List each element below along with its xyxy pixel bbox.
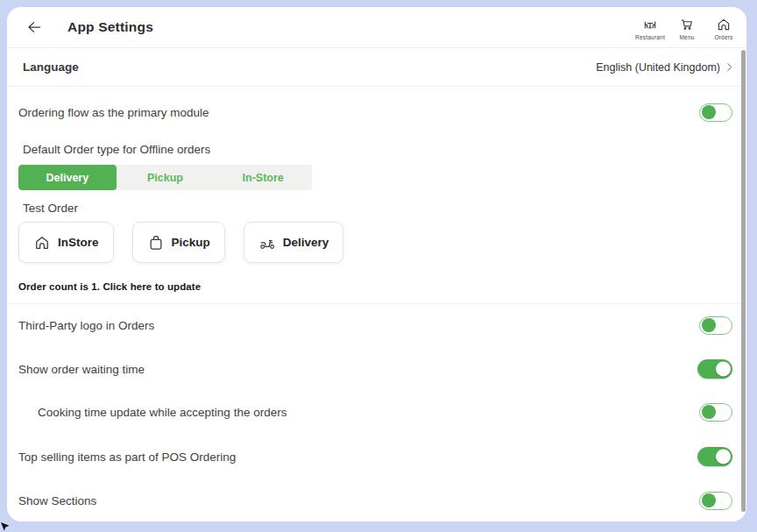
header: App Settings Restaurant Menu <box>7 7 746 48</box>
cooking-time-update-toggle[interactable] <box>699 403 732 422</box>
order-count-text: Order count is 1. Click here to update <box>18 281 201 292</box>
page-title: App Settings <box>67 19 153 35</box>
app-settings-card: App Settings Restaurant Menu <box>7 7 746 521</box>
back-button[interactable] <box>24 17 45 38</box>
nav-label: Menu <box>679 34 694 40</box>
language-selected-value: English (United Kingdom) <box>596 61 720 74</box>
segment-pickup[interactable]: Pickup <box>117 165 215 190</box>
third-party-logo-label: Third-Party logo in Orders <box>18 319 154 332</box>
top-selling-items-label: Top selling items as part of POS Orderin… <box>18 450 236 464</box>
cooking-time-update-row: Cooking time update while accepting the … <box>7 394 746 429</box>
header-nav: Restaurant Menu Orders <box>634 14 739 40</box>
test-instore-button[interactable]: InStore <box>18 222 114 263</box>
ordering-flow-label: Ordering flow as the primary module <box>18 106 209 119</box>
button-label: Delivery <box>283 236 329 249</box>
test-delivery-button[interactable]: Delivery <box>244 222 344 263</box>
default-order-type-label: Default Order type for Offline orders <box>7 138 746 160</box>
test-order-label: Test Order <box>7 196 746 219</box>
toggle-knob <box>702 493 716 507</box>
language-row[interactable]: Language English (United Kingdom) <box>7 48 746 87</box>
language-value[interactable]: English (United Kingdom) <box>596 61 735 74</box>
scrollbar[interactable] <box>741 50 746 512</box>
arrow-left-icon <box>25 18 43 36</box>
cart-icon <box>679 17 695 32</box>
order-waiting-time-toggle[interactable] <box>697 359 732 379</box>
show-sections-toggle[interactable] <box>699 492 732 510</box>
top-selling-items-row: Top selling items as part of POS Orderin… <box>7 439 746 474</box>
third-party-logo-toggle[interactable] <box>699 316 732 335</box>
chevron-right-icon <box>724 61 735 73</box>
segment-in-store[interactable]: In-Store <box>214 165 312 190</box>
ordering-flow-toggle[interactable] <box>699 103 732 122</box>
order-count-row[interactable]: Order count is 1. Click here to update <box>7 270 746 304</box>
mouse-cursor <box>1 522 11 532</box>
order-waiting-time-label: Show order waiting time <box>18 363 145 376</box>
bag-icon <box>147 234 165 252</box>
button-label: InStore <box>58 236 99 249</box>
nav-label: Orders <box>714 34 732 40</box>
top-selling-items-toggle[interactable] <box>697 447 732 466</box>
test-order-buttons: InStore Pickup Delivery <box>18 222 343 263</box>
restaurant-table-icon <box>642 17 658 32</box>
default-order-type-segmented: Delivery Pickup In-Store <box>18 165 312 190</box>
show-sections-label: Show Sections <box>18 494 96 507</box>
show-sections-row: Show Sections <box>7 483 746 518</box>
toggle-knob <box>702 318 716 332</box>
ordering-flow-row: Ordering flow as the primary module <box>7 95 746 130</box>
nav-label: Restaurant <box>635 34 665 40</box>
nav-menu[interactable]: Menu <box>671 14 703 40</box>
toggle-knob <box>716 450 731 465</box>
cooking-time-update-label: Cooking time update while accepting the … <box>38 406 287 419</box>
order-waiting-time-row: Show order waiting time <box>7 351 746 387</box>
scooter-icon <box>258 234 276 252</box>
toggle-knob <box>716 362 731 377</box>
segment-delivery[interactable]: Delivery <box>18 165 117 190</box>
language-label: Language <box>23 60 79 74</box>
home-icon <box>716 17 732 32</box>
button-label: Pickup <box>172 236 210 249</box>
toggle-knob <box>702 105 716 119</box>
test-pickup-button[interactable]: Pickup <box>132 222 225 263</box>
third-party-logo-row: Third-Party logo in Orders <box>7 308 746 343</box>
nav-restaurant[interactable]: Restaurant <box>634 14 666 40</box>
home-icon <box>33 234 51 252</box>
toggle-knob <box>702 405 716 419</box>
nav-orders[interactable]: Orders <box>708 14 739 40</box>
